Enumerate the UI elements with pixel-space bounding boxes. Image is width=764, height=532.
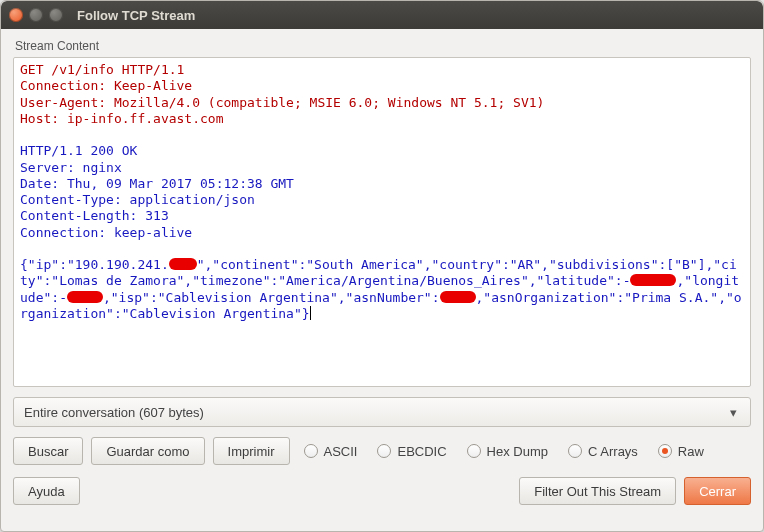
- button-label: Guardar como: [106, 444, 189, 459]
- radio-label: C Arrays: [588, 444, 638, 459]
- body-text: {"ip":"190.190.241.: [20, 257, 169, 272]
- text-cursor: [310, 306, 311, 320]
- titlebar: Follow TCP Stream: [1, 1, 763, 29]
- encoding-radios: ASCII EBCDIC Hex Dump C Arrays Raw: [304, 444, 704, 459]
- chevron-up-down-icon: ▾: [726, 405, 740, 420]
- radio-icon: [658, 444, 672, 458]
- request-line: Host: ip-info.ff.avast.com: [20, 111, 224, 126]
- radio-label: Raw: [678, 444, 704, 459]
- response-line: Content-Type: application/json: [20, 192, 255, 207]
- radio-hexdump[interactable]: Hex Dump: [467, 444, 548, 459]
- maximize-icon[interactable]: [49, 8, 63, 22]
- redaction: [67, 291, 103, 303]
- radio-icon: [377, 444, 391, 458]
- radio-icon: [304, 444, 318, 458]
- radio-label: Hex Dump: [487, 444, 548, 459]
- response-line: Content-Length: 313: [20, 208, 169, 223]
- button-label: Imprimir: [228, 444, 275, 459]
- response-line: Connection: keep-alive: [20, 225, 192, 240]
- request-line: GET /v1/info HTTP/1.1: [20, 62, 184, 77]
- content-area: Stream Content GET /v1/info HTTP/1.1 Con…: [1, 29, 763, 531]
- radio-ebcdic[interactable]: EBCDIC: [377, 444, 446, 459]
- conversation-dropdown[interactable]: Entire conversation (607 bytes) ▾: [13, 397, 751, 427]
- radio-icon: [568, 444, 582, 458]
- button-label: Ayuda: [28, 484, 65, 499]
- button-label: Cerrar: [699, 484, 736, 499]
- section-label: Stream Content: [15, 39, 751, 53]
- dropdown-selected: Entire conversation (607 bytes): [24, 405, 204, 420]
- response-line: Date: Thu, 09 Mar 2017 05:12:38 GMT: [20, 176, 294, 191]
- filter-out-button[interactable]: Filter Out This Stream: [519, 477, 676, 505]
- radio-ascii[interactable]: ASCII: [304, 444, 358, 459]
- help-button[interactable]: Ayuda: [13, 477, 80, 505]
- radio-raw[interactable]: Raw: [658, 444, 704, 459]
- redaction: [169, 258, 197, 270]
- request-line: User-Agent: Mozilla/4.0 (compatible; MSI…: [20, 95, 544, 110]
- radio-label: ASCII: [324, 444, 358, 459]
- radio-carrays[interactable]: C Arrays: [568, 444, 638, 459]
- find-button[interactable]: Buscar: [13, 437, 83, 465]
- request-line: Connection: Keep-Alive: [20, 78, 192, 93]
- redaction: [630, 274, 676, 286]
- window-title: Follow TCP Stream: [77, 8, 195, 23]
- close-button[interactable]: Cerrar: [684, 477, 751, 505]
- response-line: Server: nginx: [20, 160, 122, 175]
- redaction: [440, 291, 476, 303]
- minimize-icon[interactable]: [29, 8, 43, 22]
- save-as-button[interactable]: Guardar como: [91, 437, 204, 465]
- radio-icon: [467, 444, 481, 458]
- button-label: Buscar: [28, 444, 68, 459]
- follow-tcp-stream-window: Follow TCP Stream Stream Content GET /v1…: [0, 0, 764, 532]
- action-row: Buscar Guardar como Imprimir ASCII EBCDI…: [13, 437, 751, 465]
- radio-label: EBCDIC: [397, 444, 446, 459]
- footer-row: Ayuda Filter Out This Stream Cerrar: [13, 477, 751, 505]
- button-label: Filter Out This Stream: [534, 484, 661, 499]
- body-text: ,"isp":"Cablevision Argentina","asnNumbe…: [103, 290, 440, 305]
- response-line: HTTP/1.1 200 OK: [20, 143, 137, 158]
- close-icon[interactable]: [9, 8, 23, 22]
- stream-textview[interactable]: GET /v1/info HTTP/1.1 Connection: Keep-A…: [13, 57, 751, 387]
- print-button[interactable]: Imprimir: [213, 437, 290, 465]
